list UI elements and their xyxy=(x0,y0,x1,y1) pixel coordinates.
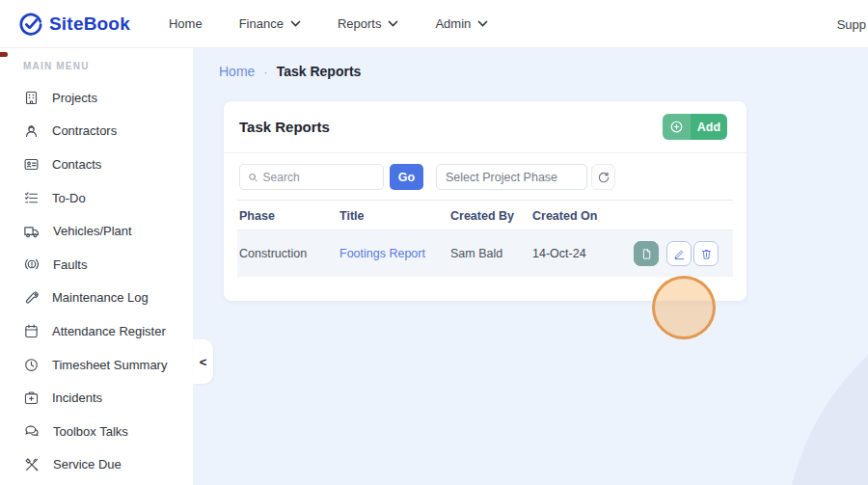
background-decorative-circle xyxy=(784,283,868,485)
building-icon xyxy=(23,90,40,106)
search-field[interactable] xyxy=(239,164,384,190)
chevron-left-icon: < xyxy=(200,355,207,369)
checklist-icon xyxy=(23,190,40,206)
tools-icon xyxy=(23,456,41,473)
nav-label: Admin xyxy=(435,16,471,31)
task-reports-table: Phase Title Created By Created On Constr… xyxy=(237,200,733,277)
sidebar-item-contacts[interactable]: Contacts xyxy=(0,148,193,181)
calendar-icon xyxy=(23,323,40,339)
sidebar-item-vehicles-plant[interactable]: Vehicles/Plant xyxy=(0,214,193,248)
go-button[interactable]: Go xyxy=(390,164,423,190)
sidebar-item-label: Projects xyxy=(52,91,97,105)
sidebar-item-attendance-register[interactable]: Attendance Register xyxy=(0,314,193,348)
sidebar-item-toolbox-talks[interactable]: Toolbox Talks xyxy=(0,415,193,448)
clock-icon xyxy=(23,357,40,373)
nav-item-support[interactable]: Supp xyxy=(837,0,866,48)
truck-icon xyxy=(23,223,41,240)
sidebar-item-maintenance-log[interactable]: Maintenance Log xyxy=(0,282,193,315)
breadcrumb-home-link[interactable]: Home xyxy=(219,64,255,79)
sidebar-item-contractors[interactable]: Contractors xyxy=(0,115,193,148)
refresh-icon xyxy=(597,171,610,184)
sidebar-item-label: Vehicles/Plant xyxy=(53,224,132,238)
sidebar-item-service-due[interactable]: Service Due xyxy=(0,448,193,482)
cell-created-by: Sam Bald xyxy=(450,230,502,277)
sidebar-item-label: Contacts xyxy=(52,157,101,172)
plus-circle-icon xyxy=(669,120,684,134)
chevron-down-icon xyxy=(388,20,398,27)
nav-label: Reports xyxy=(338,16,382,31)
nav-label: Home xyxy=(169,16,203,31)
sidebar-item-projects[interactable]: Projects xyxy=(0,81,193,115)
main-nav: Home Finance Reports Admin xyxy=(155,9,502,39)
view-report-button[interactable] xyxy=(634,241,659,266)
sidebar-item-label: Service Due xyxy=(53,457,122,472)
sidebar-item-faults[interactable]: Faults xyxy=(0,248,193,282)
sidebar-section-title: MAIN MENU xyxy=(23,61,193,71)
first-aid-icon xyxy=(23,390,40,406)
sidebar-item-label: Faults xyxy=(53,257,87,272)
edit-button[interactable] xyxy=(666,241,692,266)
sidebar: MAIN MENU Projects Contractors Contacts … xyxy=(0,48,193,485)
sidebar-item-label: To-Do xyxy=(52,191,86,205)
sidebar-item-label: Timesheet Summary xyxy=(52,358,167,372)
brand-name: SiteBook xyxy=(49,13,130,35)
card-header: Task Reports Add xyxy=(224,101,746,153)
column-header-phase: Phase xyxy=(239,201,275,231)
task-reports-card: Task Reports Add Go xyxy=(224,101,746,301)
screen-edge-marker xyxy=(0,52,8,57)
nav-item-reports[interactable]: Reports xyxy=(324,9,413,39)
wrench-icon xyxy=(23,289,40,306)
sidebar-item-label: Maintenance Log xyxy=(52,290,149,305)
cell-title-link[interactable]: Footings Report xyxy=(339,230,425,277)
add-button-label[interactable]: Add xyxy=(691,114,727,140)
search-icon xyxy=(248,172,258,183)
document-icon xyxy=(640,248,653,260)
annotation-highlight-circle xyxy=(652,276,716,339)
worker-icon xyxy=(23,122,40,139)
project-phase-select[interactable] xyxy=(436,164,587,190)
nav-item-home[interactable]: Home xyxy=(155,9,216,39)
column-header-created-by: Created By xyxy=(450,201,514,231)
column-header-title: Title xyxy=(339,201,364,231)
search-input[interactable] xyxy=(263,171,375,184)
delete-button[interactable] xyxy=(693,241,719,266)
nav-item-finance[interactable]: Finance xyxy=(226,9,314,39)
id-card-icon xyxy=(23,156,40,173)
table-row: Construction Footings Report Sam Bald 14… xyxy=(237,230,733,277)
nav-label: Finance xyxy=(239,16,284,31)
refresh-button[interactable] xyxy=(591,164,615,190)
chevron-down-icon xyxy=(290,20,301,27)
sidebar-item-label: Attendance Register xyxy=(52,324,166,338)
cell-created-on: 14-Oct-24 xyxy=(532,230,586,277)
breadcrumb-current: Task Reports xyxy=(277,64,362,79)
add-button[interactable]: Add xyxy=(663,114,727,140)
sidebar-collapse-button[interactable]: < xyxy=(193,339,213,384)
alert-circle-icon xyxy=(23,256,41,273)
sidebar-item-label: Toolbox Talks xyxy=(53,424,128,439)
chevron-down-icon xyxy=(477,20,488,27)
breadcrumb: Home · Task Reports xyxy=(219,64,361,79)
sidebar-item-todo[interactable]: To-Do xyxy=(0,181,193,215)
trash-icon xyxy=(700,248,713,260)
main-content: Home · Task Reports Task Reports Add Go xyxy=(193,48,868,485)
sidebar-item-incidents[interactable]: Incidents xyxy=(0,381,193,415)
cell-phase: Construction xyxy=(239,230,307,277)
sitebook-logo-icon xyxy=(19,13,42,36)
nav-item-admin[interactable]: Admin xyxy=(421,9,502,39)
card-title: Task Reports xyxy=(239,101,330,153)
add-plus-segment[interactable] xyxy=(663,114,691,140)
pencil-icon xyxy=(673,248,686,260)
topbar: SiteBook Home Finance Reports Admin Supp xyxy=(0,0,868,48)
sitebook-logo[interactable]: SiteBook xyxy=(19,13,130,36)
sidebar-item-timesheet-summary[interactable]: Timesheet Summary xyxy=(0,348,193,382)
table-header-row: Phase Title Created By Created On xyxy=(237,200,733,230)
sidebar-item-label: Contractors xyxy=(52,123,117,138)
chat-icon xyxy=(23,422,41,440)
column-header-created-on: Created On xyxy=(532,201,597,231)
breadcrumb-separator: · xyxy=(263,65,267,79)
sidebar-item-label: Incidents xyxy=(52,391,102,405)
